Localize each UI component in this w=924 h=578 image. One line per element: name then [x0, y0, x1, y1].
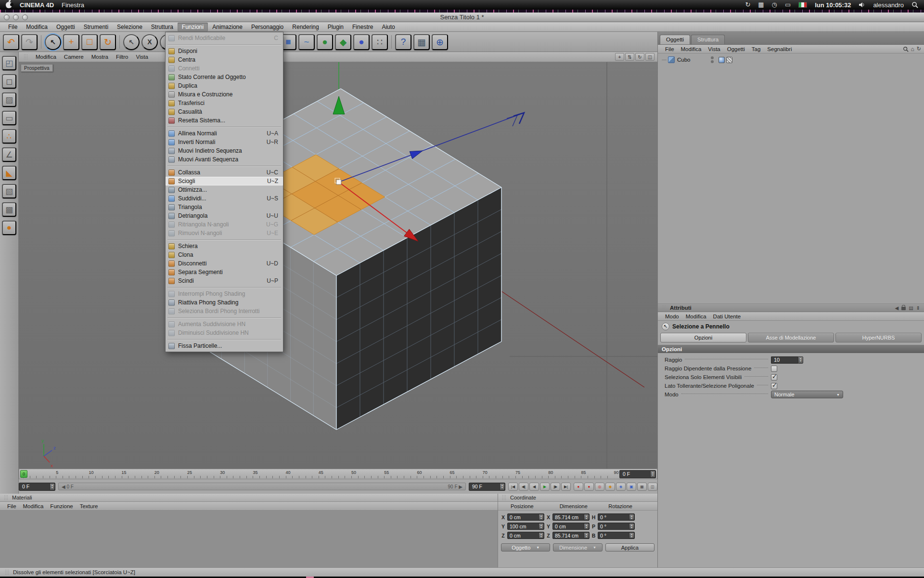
- stepper[interactable]: [539, 514, 544, 520]
- range-end-field[interactable]: 90 F: [469, 483, 505, 491]
- tab-struttura[interactable]: Struttura: [691, 35, 725, 44]
- apple-menu-icon[interactable]: [6, 2, 12, 8]
- panel-grip[interactable]: [662, 305, 666, 311]
- menu-modifica[interactable]: Modifica: [678, 46, 705, 53]
- funzioni-item-diminuisci-suddivisione-hn[interactable]: Diminuisci Suddivisione HN: [166, 328, 283, 337]
- funzioni-item-inverti-normali[interactable]: Inverti Normali U~R: [166, 138, 283, 146]
- funzioni-item-suddividi[interactable]: Suddividi... U~S: [166, 194, 283, 203]
- stepper[interactable]: [798, 356, 803, 364]
- search-icon[interactable]: [903, 46, 909, 52]
- stepper[interactable]: [584, 532, 589, 539]
- toolbar-add-nurbs-button[interactable]: ●: [317, 34, 333, 50]
- funzioni-item-stato-corrente-ad-oggetto[interactable]: Stato Corrente ad Oggetto: [166, 73, 283, 81]
- macos-menu-finestra[interactable]: Finestra: [62, 1, 84, 9]
- back-arrow-icon[interactable]: ◀: [895, 305, 898, 311]
- timeline-record-expression-button[interactable]: ◈: [616, 483, 626, 491]
- stepper[interactable]: [584, 514, 589, 520]
- macos-app-name[interactable]: CINEMA 4D: [20, 1, 54, 9]
- funzioni-item-allinea-normali[interactable]: Allinea Normali U~A: [166, 129, 283, 138]
- funzioni-item-connetti[interactable]: Connetti: [166, 64, 283, 73]
- volume-icon[interactable]: [859, 1, 865, 8]
- menu-file[interactable]: File: [4, 503, 20, 510]
- funzioni-item-16[interactable]: [166, 164, 283, 168]
- funzioni-item-seleziona-bordi-phong-interrotti[interactable]: Seleziona Bordi Phong Interrotti: [166, 307, 283, 315]
- palette-polygons-mode-icon[interactable]: ◣: [2, 166, 16, 180]
- toolbar-help-button[interactable]: ?: [395, 34, 411, 50]
- toggle-view-icon[interactable]: ◫: [645, 53, 654, 61]
- stepper[interactable]: [629, 532, 634, 539]
- rotation-field-x[interactable]: 0 °: [598, 513, 635, 521]
- options-section-header[interactable]: Opzioni: [658, 345, 924, 353]
- toolbar-redo-icon[interactable]: ↷: [21, 34, 38, 50]
- viewport-menu-filtro[interactable]: Filtro: [112, 53, 132, 60]
- timeline-ruler-track[interactable]: 0 051015202530354045505560657075808590: [19, 469, 619, 479]
- viewport-menu-modifica[interactable]: Modifica: [32, 53, 60, 60]
- scroll-icon[interactable]: ⇕: [916, 305, 920, 311]
- toolbar-lock-x-axis-button[interactable]: X: [141, 34, 158, 50]
- position-field-z[interactable]: 0 cm: [507, 532, 544, 539]
- timeline-minimize-timeline-button[interactable]: ◫: [648, 483, 657, 491]
- checkbox-seleziona-solo-elementi-visibili[interactable]: [771, 374, 777, 381]
- app-menu-file[interactable]: File: [4, 23, 22, 31]
- pan-view-icon[interactable]: +: [615, 53, 624, 61]
- funzioni-item-detriangola[interactable]: Detriangola U~U: [166, 211, 283, 220]
- funzioni-item-interrompi-phong-shading[interactable]: Interrompi Phong Shading: [166, 289, 283, 298]
- minimize-window-button[interactable]: [13, 14, 19, 20]
- toolbar-add-deformer-button[interactable]: ●: [353, 34, 370, 50]
- rotation-field-z[interactable]: 0 °: [598, 532, 635, 539]
- object-tree[interactable]: Cubo: [658, 53, 924, 304]
- timeline-autokeying-button[interactable]: ●: [584, 483, 594, 491]
- palette-uvw-mode-icon[interactable]: ▩: [2, 202, 16, 217]
- input-language-flag-icon[interactable]: [798, 2, 807, 8]
- menu-modifica[interactable]: Modifica: [682, 313, 710, 320]
- menu-funzione[interactable]: Funzione: [47, 503, 76, 510]
- app-menu-funzioni[interactable]: Funzioni: [178, 23, 208, 31]
- palette-texture-axis-mode-icon[interactable]: ▧: [2, 184, 16, 198]
- coords-button-dimensione[interactable]: Dimensione▼: [553, 543, 602, 552]
- range-start-handle[interactable]: ◀ 0 F: [62, 484, 74, 489]
- funzioni-item-triangola[interactable]: Triangola: [166, 203, 283, 211]
- menu-segnalibri[interactable]: Segnalibri: [764, 46, 795, 53]
- visibility-toggles[interactable]: [711, 56, 714, 63]
- view-label[interactable]: Prospettiva: [21, 64, 53, 72]
- position-field-y[interactable]: 100 cm: [507, 523, 544, 530]
- app-menu-animazione[interactable]: Animazione: [208, 23, 247, 31]
- timeline-previous-frame-button[interactable]: ◀: [529, 483, 539, 491]
- funzioni-item-1[interactable]: [166, 42, 283, 47]
- attribute-tab-opzioni[interactable]: Opzioni: [660, 333, 746, 342]
- panel-grip[interactable]: [502, 495, 506, 500]
- timeline-next-frame-button[interactable]: |▶: [551, 483, 560, 491]
- displays-icon[interactable]: ▭: [785, 0, 791, 10]
- menu-tag[interactable]: Tag: [748, 46, 764, 53]
- sync-status-icon[interactable]: ↻: [745, 0, 750, 10]
- stepper[interactable]: [584, 523, 589, 529]
- funzioni-item-11[interactable]: [166, 125, 283, 129]
- app-menu-finestre[interactable]: Finestre: [348, 23, 377, 31]
- stepper[interactable]: [629, 523, 634, 529]
- app-menu-selezione[interactable]: Selezione: [113, 23, 147, 31]
- timeline-previous-key-button[interactable]: ◀|: [519, 483, 528, 491]
- timeline-keyframe-selection-button[interactable]: ◆: [605, 483, 615, 491]
- zoom-view-icon[interactable]: ⇅: [625, 53, 634, 61]
- time-machine-icon[interactable]: ◷: [772, 0, 777, 10]
- phong-tag-icon[interactable]: [719, 57, 725, 63]
- funzioni-item-duplica[interactable]: Duplica: [166, 81, 283, 90]
- range-start-field[interactable]: 0 F: [19, 483, 55, 491]
- palette-edges-mode-icon[interactable]: ∠: [2, 147, 16, 162]
- palette-workplane-mode-icon[interactable]: ▭: [2, 111, 16, 125]
- rotation-field-y[interactable]: 0 °: [598, 523, 635, 530]
- funzioni-item-rendi-modificabile[interactable]: Rendi Modificabile C: [166, 34, 283, 42]
- app-menu-personaggio[interactable]: Personaggio: [247, 23, 288, 31]
- palette-texture-mode-icon[interactable]: ▨: [2, 92, 16, 107]
- current-frame-marker[interactable]: 0: [20, 470, 27, 478]
- preview-range-slider[interactable]: ◀ 0 F 90 F ▶: [58, 483, 466, 490]
- zoom-window-button[interactable]: [22, 14, 28, 20]
- object-tree-item-cubo[interactable]: Cubo: [658, 55, 924, 64]
- funzioni-item-sciogli[interactable]: Sciogli U~Z: [166, 177, 283, 185]
- rotate-view-icon[interactable]: ↻: [635, 53, 644, 61]
- current-frame-field[interactable]: 0 F: [619, 470, 656, 478]
- funzioni-item-fissa-particelle[interactable]: Fissa Particelle...: [166, 342, 283, 350]
- timeline-solo-animation-button[interactable]: ▣: [627, 483, 636, 491]
- funzioni-item-31[interactable]: [166, 285, 283, 289]
- position-field-x[interactable]: 0 cm: [507, 513, 544, 521]
